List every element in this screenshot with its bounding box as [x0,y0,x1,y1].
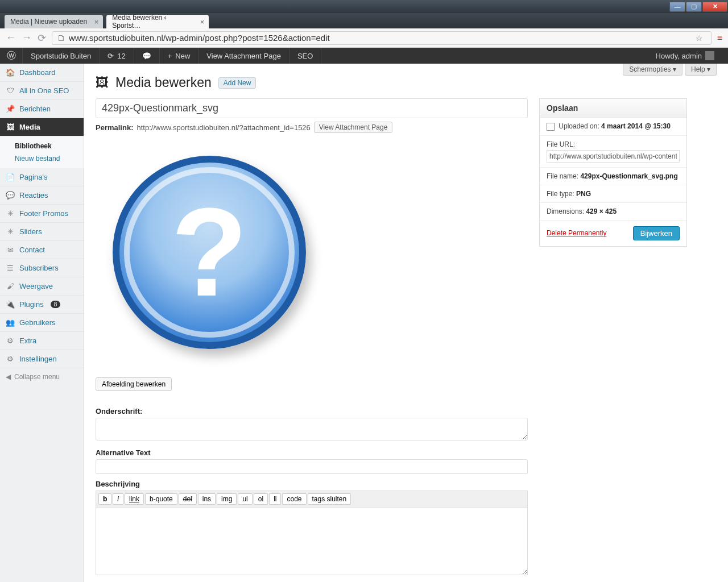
window-titlebar: — ▢ ✕ [0,0,728,13]
tab-title: Media | Nieuwe uploaden [10,18,87,26]
screen-options-tab[interactable]: Schermopties ▾ [623,64,682,76]
sidebar-item-subscribers[interactable]: ☰Subscribers [0,259,84,277]
menu-icon: ⚙ [6,336,15,345]
menu-icon: 🖌 [6,282,15,290]
quicktag-b[interactable]: b [98,493,111,505]
bookmark-icon[interactable]: ☆ [696,34,703,43]
sidebar-item-plugins[interactable]: 🔌Plugins8 [0,296,84,314]
updates-link[interactable]: ⟳12 [100,48,134,64]
help-tab[interactable]: Help ▾ [685,64,717,76]
menu-icon: ☰ [6,264,15,272]
forward-icon[interactable]: → [22,32,32,44]
menu-icon: 📄 [6,173,15,181]
sidebar-item-gebruikers[interactable]: 👥Gebruikers [0,314,84,332]
url-text: www.sportstudiobuiten.nl/wp-admin/post.p… [69,33,330,43]
window-close[interactable]: ✕ [702,2,727,12]
fileurl-row: File URL: [540,136,686,168]
sidebar-item-pagina-s[interactable]: 📄Pagina's [0,168,84,186]
menu-icon: 👥 [6,318,15,327]
window-minimize[interactable]: — [669,2,685,12]
menu-icon: ✳ [6,209,15,218]
sidebar-item-footer-promos[interactable]: ✳Footer Promos [0,205,84,223]
quicktag-tags-sluiten[interactable]: tags sluiten [308,493,351,505]
description-label: Beschrijving [96,480,528,488]
edit-image-button[interactable]: Afbeelding bewerken [96,377,172,391]
fileurl-input[interactable] [547,150,680,163]
attachment-image: ? [101,144,317,360]
user-menu[interactable]: Howdy, admin [648,48,722,64]
quicktag-code[interactable]: code [282,493,306,505]
menu-icon: ⚙ [6,355,15,363]
wp-logo[interactable]: ⓦ [0,48,23,64]
browser-tab-active[interactable]: Media bewerken ‹ Sportst… × [106,15,209,28]
caption-input[interactable] [96,418,528,440]
sidebar-item-berichten[interactable]: 📌Berichten [0,100,84,118]
refresh-icon: ⟳ [107,52,114,60]
menu-icon: ✳ [6,227,15,236]
menu-icon: 🏠 [6,68,15,77]
update-button[interactable]: Bijwerken [633,226,680,240]
add-new-button[interactable]: Add New [218,77,257,89]
save-metabox: Opslaan Uploaded on: 4 maart 2014 @ 15:3… [539,98,687,247]
quicktag-b-quote[interactable]: b-quote [145,493,177,505]
sidebar-item-weergave[interactable]: 🖌Weergave [0,277,84,296]
page-heading: 🖼 Media bewerken Add New [96,75,717,90]
sidebar-item-sliders[interactable]: ✳Sliders [0,223,84,241]
calendar-icon [547,123,555,131]
uploaded-row: Uploaded on: 4 maart 2014 @ 15:30 [540,118,686,136]
site-name[interactable]: Sportstudio Buiten [23,48,100,64]
sidebar-item-all-in-one-seo[interactable]: 🛡All in One SEO [0,82,84,100]
plus-icon: + [168,52,172,60]
sidebar-item-reacties[interactable]: 💬Reacties [0,186,84,205]
browser-toolbar: ← → ⟳ 🗋 www.sportstudiobuiten.nl/wp-admi… [0,28,728,48]
new-link[interactable]: +New [160,48,199,64]
wp-admin-bar: ⓦ Sportstudio Buiten ⟳12 💬 +New View Att… [0,48,728,64]
description-input[interactable] [96,507,528,575]
count-badge: 8 [51,301,61,308]
dimensions-row: Dimensions: 429 × 425 [540,203,686,221]
comments-link[interactable]: 💬 [134,48,160,64]
sidebar-item-contact[interactable]: ✉Contact [0,241,84,259]
filetype-row: File type: PNG [540,185,686,203]
quicktag-li[interactable]: li [269,493,281,505]
title-input[interactable] [96,98,528,118]
alt-text-input[interactable] [96,459,528,474]
address-bar[interactable]: 🗋 www.sportstudiobuiten.nl/wp-admin/post… [52,31,712,45]
page-icon: 🗋 [57,33,65,43]
quicktag-ul[interactable]: ul [238,493,252,505]
reload-icon[interactable]: ⟳ [38,32,46,44]
back-icon[interactable]: ← [6,32,16,44]
delete-link[interactable]: Delete Permanently [547,229,606,237]
quicktag-ol[interactable]: ol [254,493,268,505]
sidebar-item-extra[interactable]: ⚙Extra [0,332,84,350]
quicktag-link[interactable]: link [125,493,144,505]
menu-icon: 🛡 [6,86,15,95]
tab-title: Media bewerken ‹ Sportst… [112,14,193,30]
content-area: Schermopties ▾ Help ▾ 🖼 Media bewerken A… [84,64,728,582]
sidebar-item-media[interactable]: 🖼Media [0,118,84,136]
seo-link[interactable]: SEO [289,48,321,64]
menu-icon: 📌 [6,105,15,113]
sidebar-subitem[interactable]: Bibliotheek [0,140,84,152]
media-icon: 🖼 [96,75,109,90]
quicktag-ins[interactable]: ins [198,493,216,505]
sidebar-subitem[interactable]: Nieuw bestand [0,152,84,165]
close-icon[interactable]: × [200,18,205,26]
collapse-icon: ◀ [6,373,11,381]
browser-tab[interactable]: Media | Nieuwe uploaden × [5,15,103,28]
view-attachment-button[interactable]: View Attachment Page [314,122,393,133]
close-icon[interactable]: × [94,18,99,26]
comment-icon: 💬 [142,52,151,60]
avatar [705,51,714,60]
window-maximize[interactable]: ▢ [686,2,702,12]
quicktag-i[interactable]: i [113,493,123,505]
quicktag-del[interactable]: del [179,493,197,505]
quicktag-img[interactable]: img [217,493,237,505]
metabox-title: Opslaan [540,99,686,118]
view-attachment-link[interactable]: View Attachment Page [198,48,289,64]
collapse-menu[interactable]: ◀ Collapse menu [0,368,84,385]
quicktags-toolbar: bilinkb-quotedelinsimgulollicodetags slu… [96,490,528,507]
sidebar-item-instellingen[interactable]: ⚙Instellingen [0,350,84,368]
menu-icon[interactable]: ≡ [717,33,722,43]
sidebar-item-dashboard[interactable]: 🏠Dashboard [0,64,84,82]
